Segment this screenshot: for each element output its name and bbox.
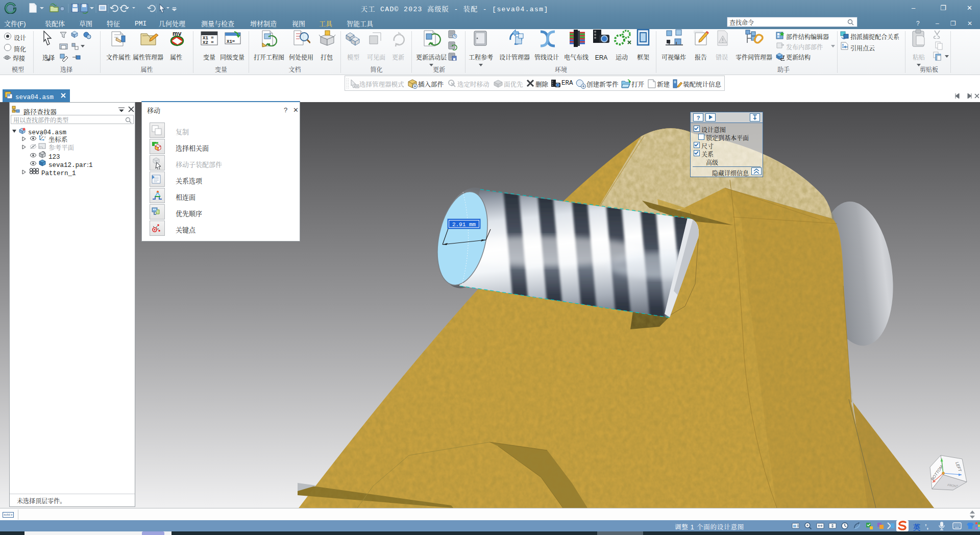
svg-text:z: z <box>41 134 42 137</box>
svg-text:2.91 mm: 2.91 mm <box>452 222 476 228</box>
svg-text:X2 =: X2 = <box>203 40 214 45</box>
svg-text:X1=: X1= <box>227 39 235 44</box>
svg-text:y: y <box>44 135 46 138</box>
